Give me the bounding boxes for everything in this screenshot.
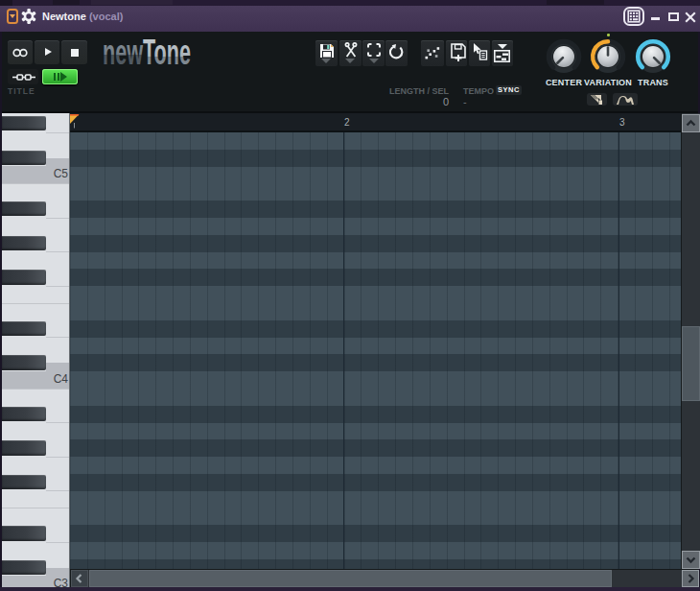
svg-text:newTone: newTone bbox=[103, 33, 191, 72]
